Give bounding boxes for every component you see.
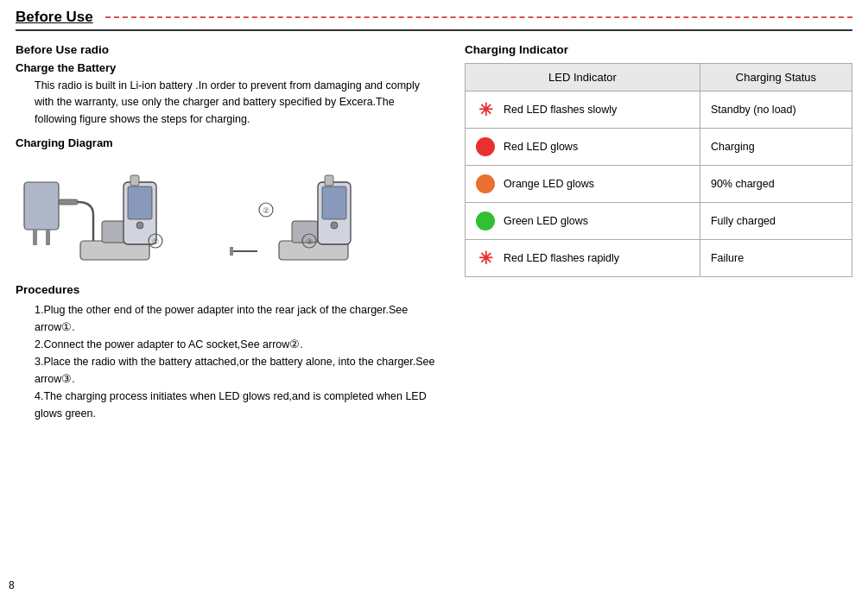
col2-header: Charging Status <box>700 64 852 92</box>
indicator-table: LED Indicator Charging Status ✳ Red LED … <box>465 63 852 277</box>
charging-status-cell: Fully charged <box>700 203 852 240</box>
right-column: Charging Indicator LED Indicator Chargin… <box>465 43 852 422</box>
led-cell: Green LED glows <box>476 212 689 231</box>
led-cell: Orange LED glows <box>476 174 689 193</box>
left-column: Before Use radio Charge the Battery This… <box>16 43 439 422</box>
charging-diagram-label: Charging Diagram <box>16 136 439 149</box>
page-header: Before Use <box>16 9 852 31</box>
svg-text:①: ① <box>152 237 159 246</box>
charging-indicator-title: Charging Indicator <box>465 43 852 56</box>
red-flash-fast-icon: ✳ <box>476 249 495 268</box>
charging-status-cell: Charging <box>700 129 852 166</box>
main-content: Before Use radio Charge the Battery This… <box>16 43 852 422</box>
svg-rect-3 <box>59 199 78 205</box>
svg-rect-17 <box>322 186 346 219</box>
charging-diagram: ① ② ③ <box>16 156 439 271</box>
charge-battery-title: Charge the Battery <box>16 61 439 74</box>
led-label: Red LED flashes slowly <box>504 104 617 116</box>
procedure-line-1: 1.Plug the other end of the power adapte… <box>35 301 439 336</box>
procedures-text: 1.Plug the other end of the power adapte… <box>35 301 439 422</box>
led-label: Red LED flashes rapidly <box>504 252 619 264</box>
table-row: Red LED glows Charging <box>466 129 852 166</box>
table-row: Orange LED glows 90% charged <box>466 166 852 203</box>
svg-point-19 <box>331 222 338 229</box>
led-indicator-cell: Green LED glows <box>466 203 700 240</box>
green-solid-icon <box>476 212 495 231</box>
svg-text:②: ② <box>263 206 269 215</box>
col1-header: LED Indicator <box>466 64 700 92</box>
header-dashed-line <box>105 16 852 18</box>
charging-status-cell: Failure <box>700 240 852 277</box>
led-indicator-cell: Orange LED glows <box>466 166 700 203</box>
before-use-radio-title: Before Use radio <box>16 43 439 56</box>
table-row: Green LED glows Fully charged <box>466 203 852 240</box>
led-label: Orange LED glows <box>504 178 594 190</box>
svg-rect-8 <box>130 175 139 186</box>
led-cell: ✳ Red LED flashes slowly <box>476 100 689 119</box>
led-label: Green LED glows <box>504 215 588 227</box>
svg-rect-0 <box>24 182 59 230</box>
svg-point-9 <box>136 222 143 229</box>
svg-rect-7 <box>128 186 152 219</box>
led-indicator-cell: ✳ Red LED flashes slowly <box>466 92 700 129</box>
page-number: 8 <box>9 579 15 591</box>
battery-description: This radio is built in Li-ion battery .I… <box>35 78 439 128</box>
svg-rect-1 <box>33 230 37 245</box>
led-indicator-cell: ✳ Red LED flashes rapidly <box>466 240 700 277</box>
led-cell: ✳ Red LED flashes rapidly <box>476 249 689 268</box>
charging-status-cell: 90% charged <box>700 166 852 203</box>
orange-solid-icon <box>476 174 495 193</box>
svg-rect-18 <box>325 175 333 186</box>
led-label: Red LED glows <box>504 141 578 153</box>
svg-rect-22 <box>230 247 233 256</box>
table-row: ✳ Red LED flashes slowly Standby (no loa… <box>466 92 852 129</box>
diagram-svg: ① ② ③ <box>16 156 413 268</box>
svg-text:③: ③ <box>306 237 313 246</box>
svg-rect-15 <box>292 221 318 243</box>
page-title: Before Use <box>16 9 93 26</box>
procedure-line-3: 3.Place the radio with the battery attac… <box>35 353 439 388</box>
procedure-line-4: 4.The charging process initiates when LE… <box>35 388 439 422</box>
led-cell: Red LED glows <box>476 137 689 156</box>
procedure-line-2: 2.Connect the power adapter to AC socket… <box>35 336 439 353</box>
procedures-title: Procedures <box>16 283 439 296</box>
red-flash-slow-icon: ✳ <box>476 100 495 119</box>
red-solid-icon <box>476 137 495 156</box>
led-indicator-cell: Red LED glows <box>466 129 700 166</box>
svg-rect-2 <box>46 230 50 245</box>
charging-status-cell: Standby (no load) <box>700 92 852 129</box>
table-row: ✳ Red LED flashes rapidly Failure <box>466 240 852 277</box>
